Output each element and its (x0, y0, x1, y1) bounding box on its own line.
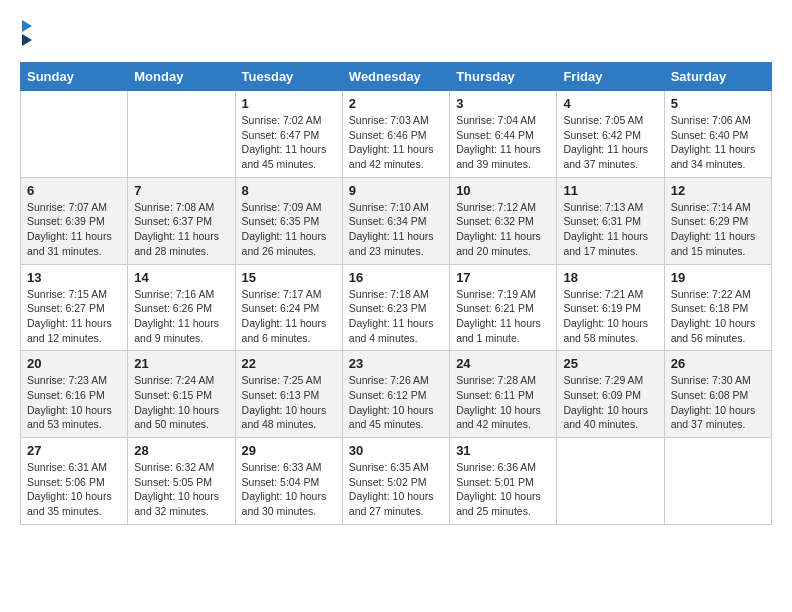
day-info: Sunrise: 7:09 AM Sunset: 6:35 PM Dayligh… (242, 200, 336, 259)
calendar-cell: 18Sunrise: 7:21 AM Sunset: 6:19 PM Dayli… (557, 264, 664, 351)
calendar-cell (21, 91, 128, 178)
day-info: Sunrise: 7:14 AM Sunset: 6:29 PM Dayligh… (671, 200, 765, 259)
day-of-week-header: Wednesday (342, 63, 449, 91)
calendar-cell: 23Sunrise: 7:26 AM Sunset: 6:12 PM Dayli… (342, 351, 449, 438)
day-info: Sunrise: 7:19 AM Sunset: 6:21 PM Dayligh… (456, 287, 550, 346)
calendar-cell: 20Sunrise: 7:23 AM Sunset: 6:16 PM Dayli… (21, 351, 128, 438)
day-info: Sunrise: 7:28 AM Sunset: 6:11 PM Dayligh… (456, 373, 550, 432)
day-info: Sunrise: 7:26 AM Sunset: 6:12 PM Dayligh… (349, 373, 443, 432)
day-info: Sunrise: 7:15 AM Sunset: 6:27 PM Dayligh… (27, 287, 121, 346)
day-number: 28 (134, 443, 228, 458)
day-info: Sunrise: 7:24 AM Sunset: 6:15 PM Dayligh… (134, 373, 228, 432)
day-number: 13 (27, 270, 121, 285)
calendar-cell: 26Sunrise: 7:30 AM Sunset: 6:08 PM Dayli… (664, 351, 771, 438)
day-number: 17 (456, 270, 550, 285)
day-of-week-header: Saturday (664, 63, 771, 91)
day-of-week-header: Tuesday (235, 63, 342, 91)
day-info: Sunrise: 7:22 AM Sunset: 6:18 PM Dayligh… (671, 287, 765, 346)
day-info: Sunrise: 7:03 AM Sunset: 6:46 PM Dayligh… (349, 113, 443, 172)
calendar-table: SundayMondayTuesdayWednesdayThursdayFrid… (20, 62, 772, 525)
day-number: 15 (242, 270, 336, 285)
day-number: 12 (671, 183, 765, 198)
calendar-header-row: SundayMondayTuesdayWednesdayThursdayFrid… (21, 63, 772, 91)
calendar-cell: 5Sunrise: 7:06 AM Sunset: 6:40 PM Daylig… (664, 91, 771, 178)
day-number: 27 (27, 443, 121, 458)
calendar-cell: 28Sunrise: 6:32 AM Sunset: 5:05 PM Dayli… (128, 438, 235, 525)
day-info: Sunrise: 7:05 AM Sunset: 6:42 PM Dayligh… (563, 113, 657, 172)
day-number: 24 (456, 356, 550, 371)
calendar-cell: 10Sunrise: 7:12 AM Sunset: 6:32 PM Dayli… (450, 177, 557, 264)
calendar-cell: 11Sunrise: 7:13 AM Sunset: 6:31 PM Dayli… (557, 177, 664, 264)
calendar-cell: 30Sunrise: 6:35 AM Sunset: 5:02 PM Dayli… (342, 438, 449, 525)
day-number: 7 (134, 183, 228, 198)
day-number: 6 (27, 183, 121, 198)
calendar-cell (664, 438, 771, 525)
calendar-cell: 24Sunrise: 7:28 AM Sunset: 6:11 PM Dayli… (450, 351, 557, 438)
day-info: Sunrise: 7:02 AM Sunset: 6:47 PM Dayligh… (242, 113, 336, 172)
calendar-cell: 4Sunrise: 7:05 AM Sunset: 6:42 PM Daylig… (557, 91, 664, 178)
calendar-cell: 25Sunrise: 7:29 AM Sunset: 6:09 PM Dayli… (557, 351, 664, 438)
day-number: 22 (242, 356, 336, 371)
calendar-cell: 1Sunrise: 7:02 AM Sunset: 6:47 PM Daylig… (235, 91, 342, 178)
day-info: Sunrise: 7:18 AM Sunset: 6:23 PM Dayligh… (349, 287, 443, 346)
day-number: 25 (563, 356, 657, 371)
calendar-cell: 27Sunrise: 6:31 AM Sunset: 5:06 PM Dayli… (21, 438, 128, 525)
day-info: Sunrise: 7:04 AM Sunset: 6:44 PM Dayligh… (456, 113, 550, 172)
day-info: Sunrise: 7:29 AM Sunset: 6:09 PM Dayligh… (563, 373, 657, 432)
day-info: Sunrise: 6:36 AM Sunset: 5:01 PM Dayligh… (456, 460, 550, 519)
day-number: 14 (134, 270, 228, 285)
day-info: Sunrise: 7:08 AM Sunset: 6:37 PM Dayligh… (134, 200, 228, 259)
day-of-week-header: Sunday (21, 63, 128, 91)
day-info: Sunrise: 6:35 AM Sunset: 5:02 PM Dayligh… (349, 460, 443, 519)
calendar-week-row: 6Sunrise: 7:07 AM Sunset: 6:39 PM Daylig… (21, 177, 772, 264)
day-number: 21 (134, 356, 228, 371)
calendar-cell: 9Sunrise: 7:10 AM Sunset: 6:34 PM Daylig… (342, 177, 449, 264)
day-number: 1 (242, 96, 336, 111)
calendar-week-row: 27Sunrise: 6:31 AM Sunset: 5:06 PM Dayli… (21, 438, 772, 525)
day-number: 18 (563, 270, 657, 285)
day-number: 11 (563, 183, 657, 198)
calendar-week-row: 13Sunrise: 7:15 AM Sunset: 6:27 PM Dayli… (21, 264, 772, 351)
day-number: 5 (671, 96, 765, 111)
day-number: 10 (456, 183, 550, 198)
day-number: 19 (671, 270, 765, 285)
day-number: 4 (563, 96, 657, 111)
calendar-cell: 22Sunrise: 7:25 AM Sunset: 6:13 PM Dayli… (235, 351, 342, 438)
day-info: Sunrise: 7:12 AM Sunset: 6:32 PM Dayligh… (456, 200, 550, 259)
calendar-cell: 31Sunrise: 6:36 AM Sunset: 5:01 PM Dayli… (450, 438, 557, 525)
calendar-cell: 15Sunrise: 7:17 AM Sunset: 6:24 PM Dayli… (235, 264, 342, 351)
calendar-cell: 29Sunrise: 6:33 AM Sunset: 5:04 PM Dayli… (235, 438, 342, 525)
calendar-cell: 6Sunrise: 7:07 AM Sunset: 6:39 PM Daylig… (21, 177, 128, 264)
calendar-cell: 12Sunrise: 7:14 AM Sunset: 6:29 PM Dayli… (664, 177, 771, 264)
day-number: 9 (349, 183, 443, 198)
day-info: Sunrise: 7:16 AM Sunset: 6:26 PM Dayligh… (134, 287, 228, 346)
day-number: 16 (349, 270, 443, 285)
day-info: Sunrise: 7:06 AM Sunset: 6:40 PM Dayligh… (671, 113, 765, 172)
calendar-cell: 2Sunrise: 7:03 AM Sunset: 6:46 PM Daylig… (342, 91, 449, 178)
page-header (20, 20, 772, 46)
day-info: Sunrise: 7:07 AM Sunset: 6:39 PM Dayligh… (27, 200, 121, 259)
calendar-cell: 7Sunrise: 7:08 AM Sunset: 6:37 PM Daylig… (128, 177, 235, 264)
day-info: Sunrise: 7:30 AM Sunset: 6:08 PM Dayligh… (671, 373, 765, 432)
day-info: Sunrise: 7:23 AM Sunset: 6:16 PM Dayligh… (27, 373, 121, 432)
day-info: Sunrise: 6:31 AM Sunset: 5:06 PM Dayligh… (27, 460, 121, 519)
day-info: Sunrise: 7:21 AM Sunset: 6:19 PM Dayligh… (563, 287, 657, 346)
day-number: 29 (242, 443, 336, 458)
day-of-week-header: Thursday (450, 63, 557, 91)
calendar-cell: 13Sunrise: 7:15 AM Sunset: 6:27 PM Dayli… (21, 264, 128, 351)
calendar-week-row: 20Sunrise: 7:23 AM Sunset: 6:16 PM Dayli… (21, 351, 772, 438)
day-number: 30 (349, 443, 443, 458)
calendar-cell: 14Sunrise: 7:16 AM Sunset: 6:26 PM Dayli… (128, 264, 235, 351)
day-number: 31 (456, 443, 550, 458)
day-number: 2 (349, 96, 443, 111)
calendar-cell (128, 91, 235, 178)
day-number: 26 (671, 356, 765, 371)
calendar-cell: 17Sunrise: 7:19 AM Sunset: 6:21 PM Dayli… (450, 264, 557, 351)
calendar-cell: 16Sunrise: 7:18 AM Sunset: 6:23 PM Dayli… (342, 264, 449, 351)
day-number: 20 (27, 356, 121, 371)
calendar-cell: 3Sunrise: 7:04 AM Sunset: 6:44 PM Daylig… (450, 91, 557, 178)
calendar-cell: 19Sunrise: 7:22 AM Sunset: 6:18 PM Dayli… (664, 264, 771, 351)
day-info: Sunrise: 7:13 AM Sunset: 6:31 PM Dayligh… (563, 200, 657, 259)
day-info: Sunrise: 7:10 AM Sunset: 6:34 PM Dayligh… (349, 200, 443, 259)
day-info: Sunrise: 6:33 AM Sunset: 5:04 PM Dayligh… (242, 460, 336, 519)
